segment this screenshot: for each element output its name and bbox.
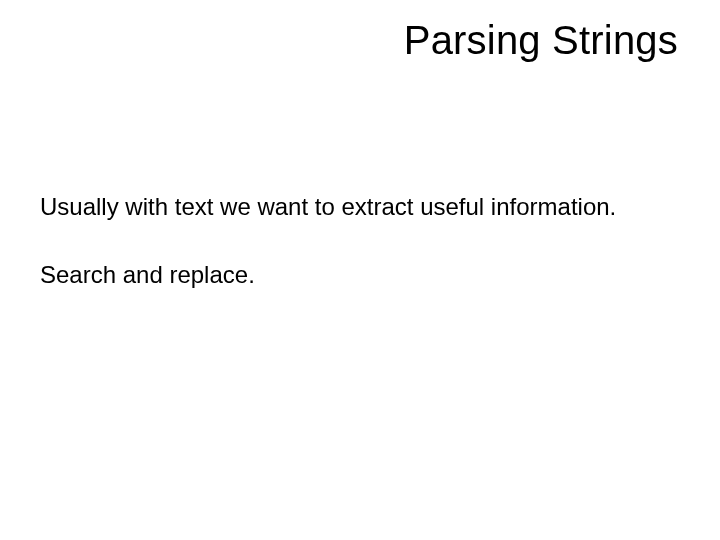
body-paragraph: Usually with text we want to extract use… (40, 192, 680, 222)
slide-body: Usually with text we want to extract use… (40, 192, 680, 328)
body-paragraph: Search and replace. (40, 260, 680, 290)
slide: Parsing Strings Usually with text we wan… (0, 0, 720, 540)
slide-title: Parsing Strings (404, 18, 678, 63)
